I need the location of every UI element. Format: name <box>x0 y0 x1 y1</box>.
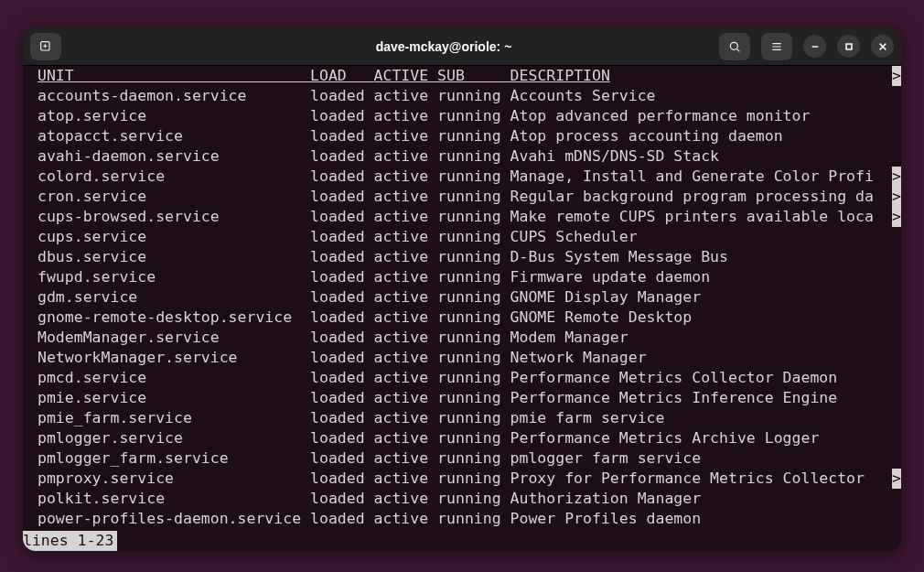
header-overflow-indicator: > <box>892 66 901 86</box>
service-row: power-profiles-daemon.service loaded act… <box>23 509 901 529</box>
new-tab-button[interactable] <box>30 33 61 60</box>
line-overflow-indicator: > <box>892 167 901 187</box>
service-row: NetworkManager.service loaded active run… <box>23 348 901 368</box>
terminal-window: dave-mckay@oriole: ~ UNIT LOAD ACTIVE <box>23 27 901 551</box>
titlebar: dave-mckay@oriole: ~ <box>23 27 901 66</box>
service-row: avahi-daemon.service loaded active runni… <box>23 146 901 167</box>
service-row: pmie.service loaded active running Perfo… <box>23 388 901 408</box>
line-overflow-indicator: > <box>892 207 901 227</box>
service-row: cron.service loaded active running Regul… <box>23 187 901 207</box>
hdr-load: LOAD <box>310 67 374 84</box>
titlebar-left <box>30 33 195 60</box>
service-row: fwupd.service loaded active running Firm… <box>23 267 901 287</box>
search-icon <box>727 39 742 54</box>
maximize-icon <box>844 42 854 51</box>
minimize-button[interactable] <box>803 35 826 58</box>
line-overflow-indicator: > <box>892 469 901 489</box>
service-row: pmie_farm.service loaded active running … <box>23 408 901 428</box>
service-row: colord.service loaded active running Man… <box>23 167 901 187</box>
service-row: gdm.service loaded active running GNOME … <box>23 287 901 308</box>
service-row: accounts-daemon.service loaded active ru… <box>23 86 901 106</box>
service-row: cups-browsed.service loaded active runni… <box>23 207 901 227</box>
window-title: dave-mckay@oriole: ~ <box>195 39 693 54</box>
hdr-sub: SUB <box>437 67 510 84</box>
line-overflow-indicator: > <box>892 187 901 207</box>
terminal-body[interactable]: UNIT LOAD ACTIVE SUB DESCRIPTION> accoun… <box>23 66 901 551</box>
hdr-active: ACTIVE <box>374 67 438 84</box>
hdr-unit: UNIT <box>38 67 310 84</box>
service-rows: accounts-daemon.service loaded active ru… <box>23 86 901 529</box>
service-row: atop.service loaded active running Atop … <box>23 106 901 126</box>
minimize-icon <box>811 42 820 51</box>
close-button[interactable] <box>871 35 894 58</box>
service-row: gnome-remote-desktop.service loaded acti… <box>23 308 901 328</box>
hdr-desc: DESCRIPTION <box>510 67 610 84</box>
menu-button[interactable] <box>761 33 792 60</box>
service-row: pmcd.service loaded active running Perfo… <box>23 368 901 388</box>
svg-point-1 <box>730 42 737 49</box>
service-row: polkit.service loaded active running Aut… <box>23 489 901 509</box>
service-row: pmlogger_farm.service loaded active runn… <box>23 448 901 469</box>
close-icon <box>878 42 887 51</box>
new-tab-icon <box>38 39 53 54</box>
maximize-button[interactable] <box>837 35 860 58</box>
service-row: pmproxy.service loaded active running Pr… <box>23 469 901 489</box>
pager-status: lines 1-23 <box>23 531 117 551</box>
svg-rect-2 <box>846 44 852 49</box>
blank-row <box>23 529 901 549</box>
hamburger-icon <box>769 39 784 54</box>
service-row: atopacct.service loaded active running A… <box>23 126 901 146</box>
search-button[interactable] <box>719 33 750 60</box>
service-row: dbus.service loaded active running D-Bus… <box>23 247 901 267</box>
titlebar-right <box>693 33 894 60</box>
service-row: pmlogger.service loaded active running P… <box>23 428 901 448</box>
service-row: ModemManager.service loaded active runni… <box>23 328 901 348</box>
header-row: UNIT LOAD ACTIVE SUB DESCRIPTION> <box>23 66 901 86</box>
service-row: cups.service loaded active running CUPS … <box>23 227 901 247</box>
